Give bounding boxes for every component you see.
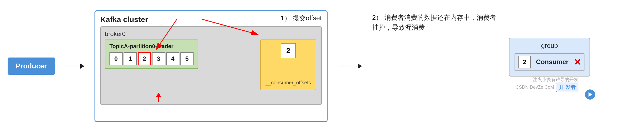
cell-1: 1 [124,52,137,65]
up-arrow-line [158,97,159,102]
arrow-line-segment2 [338,66,358,66]
play-icon [585,89,595,100]
cell-2-highlighted: 2 [138,52,151,65]
arrowhead-right2-icon [358,64,362,69]
cell-4: 4 [166,52,179,65]
producer-to-kafka-arrow [65,64,84,69]
arrowhead-right-icon [80,64,84,69]
watermark: 注火小疫有难导的开发 CSDN DevZe.CoM 开 发者 [516,77,578,92]
broker-title: broker0 [105,30,317,37]
play-triangle-icon [589,92,592,97]
consumer-row: 2 Consumer ✕ [515,53,584,71]
watermark-line2: CSDN DevZe.CoM [516,85,554,90]
up-arrowhead-icon [156,93,161,97]
partition-cells: 0 1 2 3 4 5 [109,52,194,65]
producer-label: Producer [16,62,47,70]
cell-3: 3 [152,52,165,65]
producer-box: Producer [8,58,55,75]
description-box: 2） 消费者消费的数据还在内存中，消费者挂掉，导致漏消费 [372,5,499,32]
kafka-cluster-box: Kafka cluster 1） 提交offset offset broker0… [94,10,328,122]
cell-5: 5 [180,52,194,65]
group-title: group [515,42,584,50]
step1-text: 1） 提交offset [280,14,322,23]
x-icon: ✕ [574,57,581,67]
consumer-offset-cell: 2 [518,56,531,68]
topic-partition-box: TopicA-partition0-leader 0 1 2 3 4 5 [105,40,198,69]
kafka-to-group-arrow [338,64,362,69]
consumer-offsets-number: 2 [281,43,296,58]
broker-box: broker0 TopicA-partition0-leader 0 1 2 3… [100,26,322,105]
up-arrow-container [156,93,161,102]
arrow-line-segment [65,66,80,66]
group-section: group 2 Consumer ✕ 注火小疫有难导的开发 CSDN DevZe… [509,38,590,95]
group-box: group 2 Consumer ✕ [509,38,590,77]
description-text: 2） 消费者消费的数据还在内存中，消费者挂掉，导致漏消费 [372,14,496,31]
consumer-label: Consumer [533,58,571,66]
topic-partition-title: TopicA-partition0-leader [109,43,194,50]
main-container: Producer Kafka cluster 1） 提交offset offse… [0,0,644,132]
devze-badge: 开 发者 [556,83,578,92]
consumer-offsets-box: 2 __consumer_offsets [260,40,316,90]
watermark-line1: 注火小疫有难导的开发 [516,77,578,83]
consumer-offsets-label: __consumer_offsets [266,80,311,86]
cell-0: 0 [109,52,123,65]
